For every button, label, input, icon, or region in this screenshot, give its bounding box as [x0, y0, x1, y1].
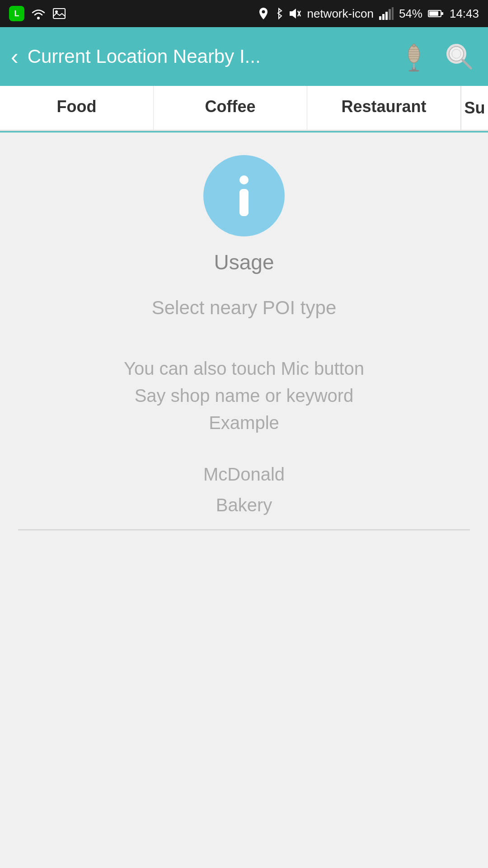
main-content: Usage Select neary POI type You can also… [0, 132, 488, 585]
tab-coffee[interactable]: Coffee [154, 86, 307, 130]
svg-point-3 [262, 10, 265, 14]
svg-rect-16 [409, 70, 419, 72]
svg-marker-4 [290, 9, 296, 19]
mute-icon [289, 7, 301, 20]
svg-rect-8 [382, 14, 385, 20]
svg-rect-10 [389, 9, 391, 20]
svg-rect-9 [385, 12, 388, 20]
tab-bar: Food Coffee Restaurant Su [0, 86, 488, 131]
app-bar-actions [396, 38, 477, 75]
app-bar: ‹ Current Location Nearby I... [0, 27, 488, 86]
svg-point-26 [449, 47, 464, 61]
svg-point-0 [37, 17, 40, 19]
status-bar-left-icons: L [9, 6, 66, 21]
status-bar-right-icons: network-icon 54% 14:43 [258, 7, 479, 21]
tab-more[interactable]: Su [461, 86, 488, 130]
instruction-text: You can also touch Mic button Say shop n… [124, 355, 364, 436]
svg-point-29 [239, 175, 249, 184]
back-button[interactable]: ‹ [11, 45, 19, 68]
usage-title: Usage [214, 250, 274, 274]
content-divider [18, 529, 470, 530]
select-poi-text: Select neary POI type [152, 297, 337, 319]
svg-rect-14 [441, 12, 443, 15]
location-icon [258, 7, 269, 20]
svg-rect-7 [379, 16, 381, 20]
clock-text: 14:43 [450, 7, 479, 21]
signal-icon [379, 7, 394, 20]
search-button[interactable] [441, 38, 477, 75]
wifi-icon [31, 7, 46, 20]
line-app-icon: L [9, 6, 24, 21]
bluetooth-icon [274, 7, 283, 20]
svg-rect-13 [429, 11, 438, 16]
example-text: McDonald Bakery [203, 459, 285, 520]
info-icon-circle [203, 155, 285, 236]
battery-icon [428, 9, 444, 18]
svg-rect-1 [53, 9, 65, 19]
svg-point-24 [413, 44, 416, 47]
app-bar-left: ‹ Current Location Nearby I... [11, 45, 396, 68]
app-bar-title: Current Location Nearby I... [28, 46, 261, 67]
svg-rect-30 [239, 189, 249, 216]
svg-rect-11 [392, 7, 394, 20]
svg-line-27 [463, 60, 471, 68]
tab-food[interactable]: Food [0, 86, 154, 130]
status-bar: L network-icon [0, 0, 488, 27]
network-type-text: network-icon [307, 7, 373, 21]
battery-percent-text: 54% [399, 7, 422, 21]
mic-button[interactable] [396, 38, 432, 75]
tab-restaurant[interactable]: Restaurant [307, 86, 461, 130]
svg-rect-17 [413, 64, 415, 69]
image-icon [52, 7, 66, 20]
